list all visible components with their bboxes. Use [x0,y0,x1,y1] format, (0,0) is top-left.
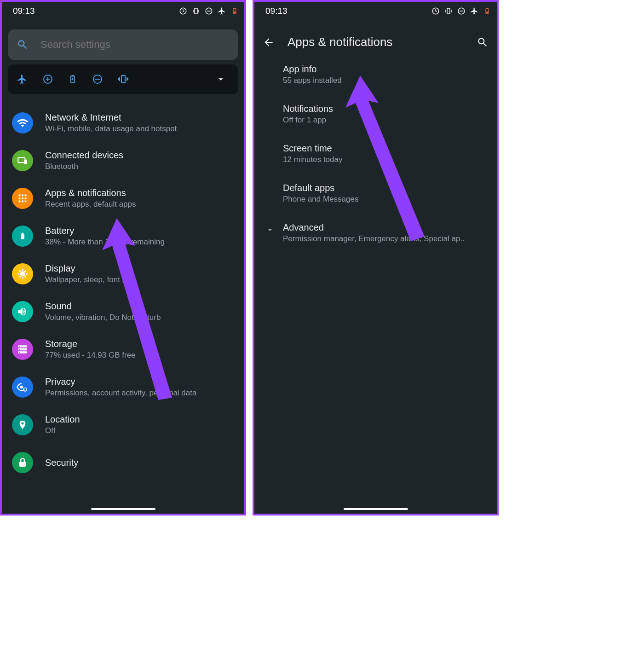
row-title: Privacy [45,376,196,387]
svg-rect-41 [486,12,488,13]
airplane-icon [470,7,478,15]
home-indicator[interactable] [344,508,408,510]
row-sub: Permissions, account activity, personal … [45,388,196,398]
row-default-apps[interactable]: Default apps Phone and Messages [283,174,489,213]
svg-point-31 [20,386,23,389]
svg-rect-33 [24,389,26,390]
status-icons [179,7,239,15]
svg-rect-10 [121,75,125,83]
svg-point-18 [24,197,26,199]
row-network[interactable]: Network & InternetWi-Fi, mobile, data us… [2,104,244,142]
svg-point-19 [18,200,20,202]
svg-rect-5 [234,12,236,13]
row-sub: Wi-Fi, mobile, data usage and hotspot [45,124,177,133]
devices-icon [12,150,33,171]
location-icon [12,414,33,435]
dnd-icon [205,7,213,15]
row-sub: Volume, vibration, Do Not Disturb [45,313,161,322]
row-storage[interactable]: Storage77% used - 14.93 GB free [2,330,244,368]
search-box[interactable] [8,29,238,60]
svg-point-30 [19,352,20,353]
row-sub: Recent apps, default apps [45,200,136,209]
security-icon [12,452,33,473]
vibrate-qs-icon[interactable] [118,74,129,85]
search-input[interactable] [40,39,230,51]
settings-screen: 09:13 [0,0,246,515]
row-location[interactable]: LocationOff [2,406,244,444]
svg-point-20 [22,200,23,202]
svg-rect-22 [21,234,24,239]
row-sub: 55 apps installed [283,76,489,85]
settings-list[interactable]: Network & InternetWi-Fi, mobile, data us… [2,94,244,481]
row-title: Notifications [283,104,489,114]
row-title: Network & Internet [45,112,177,123]
row-security[interactable]: Security [2,444,244,481]
svg-rect-23 [22,233,23,234]
airplane-qs-icon[interactable] [17,74,28,85]
row-title: Storage [45,339,136,349]
row-title: Default apps [283,183,489,193]
home-indicator[interactable] [91,508,155,510]
row-sound[interactable]: SoundVolume, vibration, Do Not Disturb [2,293,244,330]
dnd-icon [457,7,466,15]
row-screen-time[interactable]: Screen time 12 minutes today [283,134,489,174]
row-title: App info [283,64,489,75]
row-sub: Wallpaper, sleep, font size [45,275,136,284]
svg-rect-11 [18,158,25,163]
sound-icon [12,301,33,322]
row-sub: 12 minutes today [283,155,489,164]
svg-point-15 [24,194,26,196]
svg-rect-37 [447,8,450,14]
vibrate-icon [444,7,453,15]
row-app-info[interactable]: App info 55 apps installed [283,55,489,94]
svg-point-24 [20,272,25,277]
back-icon[interactable] [263,36,275,48]
battery-saver-qs-icon[interactable] [68,73,77,85]
quick-settings-strip[interactable] [8,64,238,94]
row-sub: Phone and Messages [283,195,489,204]
row-title: Security [45,458,78,468]
row-sub: Off [45,426,80,435]
svg-point-28 [19,346,20,347]
status-bar: 09:13 [254,2,497,18]
dnd-qs-icon[interactable] [92,74,103,85]
row-apps[interactable]: Apps & notificationsRecent apps, default… [2,180,244,217]
row-sub: 38% - More than 2 days remaining [45,237,165,247]
vibrate-icon [192,7,200,15]
row-privacy[interactable]: PrivacyPermissions, account activity, pe… [2,368,244,406]
row-advanced[interactable]: Advanced Permission manager, Emergency a… [263,213,489,253]
svg-point-17 [22,197,23,199]
row-title: Location [45,414,80,425]
row-title: Connected devices [45,150,123,161]
apps-notifications-screen: 09:13 Apps & notifications App info 55 a… [253,0,499,515]
svg-rect-12 [24,160,27,164]
svg-point-29 [19,349,20,350]
row-battery[interactable]: Battery38% - More than 2 days remaining [2,217,244,255]
battery-icon [230,7,239,15]
search-icon[interactable] [477,36,489,48]
svg-point-13 [18,194,20,196]
row-title: Advanced [283,222,489,233]
svg-point-16 [18,197,20,199]
row-title: Apps & notifications [45,188,136,198]
chevron-down-icon [264,224,276,235]
row-sub: Bluetooth [45,162,123,171]
svg-rect-34 [19,462,26,467]
storage-icon [12,339,33,360]
battery-icon [12,226,33,247]
privacy-icon [12,376,33,398]
svg-rect-40 [487,8,488,9]
data-saver-qs-icon[interactable] [42,74,53,85]
row-title: Battery [45,226,165,236]
row-display[interactable]: DisplayWallpaper, sleep, font size [2,255,244,293]
display-icon [12,263,33,284]
apps-detail-list: App info 55 apps installed Notifications… [254,55,497,253]
svg-point-21 [24,200,26,202]
status-bar: 09:13 [2,2,244,18]
row-connected[interactable]: Connected devicesBluetooth [2,142,244,180]
wifi-icon [12,112,33,133]
row-notifications[interactable]: Notifications Off for 1 app [283,94,489,134]
row-sub: Permission manager, Emergency alerts, Sp… [283,234,489,243]
row-title: Screen time [283,143,489,154]
expand-qs-icon[interactable] [216,74,226,84]
